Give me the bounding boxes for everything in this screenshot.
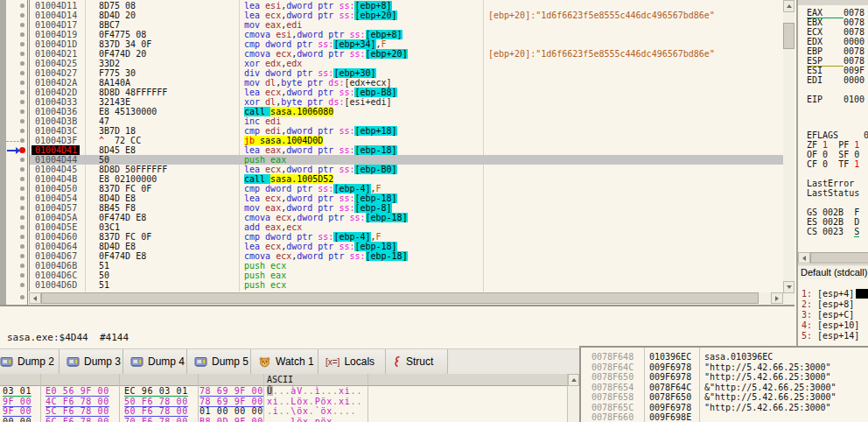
instruction-cell[interactable]: add eax,ecx — [244, 222, 302, 232]
register-value[interactable]: 0078 — [844, 56, 864, 66]
disasm-row[interactable]: 01004D27F775 30div dword ptr ss:[ebp+30] — [30, 68, 784, 78]
segment-value[interactable]: 0023 — [822, 227, 844, 236]
stack-row[interactable]: 0078F64C009F6978"http://5.42.66.25:3000" — [581, 362, 868, 372]
bytes-cell[interactable]: 0F474D E8 — [99, 251, 146, 261]
argument-row[interactable]: 1: [esp+4] — [802, 289, 854, 299]
gutter-dot-icon[interactable] — [20, 81, 24, 85]
bytes-cell[interactable]: 8B45 F8 — [99, 203, 136, 213]
gutter-dot-icon[interactable] — [20, 32, 24, 37]
gutter-dot-icon[interactable] — [20, 129, 24, 133]
hex-bytes-group[interactable]: 78 69 9F 00 — [200, 386, 263, 397]
hex-bytes-group[interactable]: 78 69 9F 00 — [200, 397, 263, 407]
dump-row[interactable]: 9F 004C F6 78 0050 F6 78 0078 69 9F 00xi… — [0, 397, 567, 406]
dump-vscrollbar[interactable] — [567, 374, 579, 422]
bytes-cell[interactable]: ^ 72 CC — [99, 136, 141, 145]
gutter-dot-icon[interactable] — [20, 119, 24, 123]
instruction-cell[interactable]: xor dl,byte ptr ds:[esi+edi] — [244, 97, 392, 107]
dump-row[interactable]: 9F 005C F6 78 0060 F6 78 0001 00 00 00.i… — [0, 406, 567, 416]
hscroll-thumb[interactable] — [810, 252, 868, 264]
register-row[interactable]: ES 002BD — [807, 217, 859, 227]
address-cell[interactable]: 01004D3B — [35, 116, 77, 126]
address-cell[interactable]: 01004D44 — [35, 155, 77, 165]
gutter-dot-icon[interactable] — [20, 109, 24, 114]
ascii-cell[interactable]: Ü...àV..ì...xi.. — [267, 386, 362, 396]
tab-dump-3[interactable]: Dump 3 — [60, 349, 123, 374]
hex-bytes-group[interactable]: 00 00 — [3, 417, 32, 422]
disasm-row[interactable]: 01004D548D4D E8lea ecx,dword ptr ss:[ebp… — [30, 193, 784, 203]
instruction-cell[interactable]: cmova ecx,dword ptr ss:[ebp-18] — [244, 213, 408, 222]
registers-panel[interactable]: EAX0078EBX0078ECX0078EDX0000EBP0078ESP00… — [796, 0, 868, 346]
hex-bytes-group[interactable]: 5C F6 78 00 — [46, 406, 109, 417]
address-cell[interactable]: 01004D1D — [35, 39, 77, 49]
register-value[interactable]: 0000 — [844, 37, 864, 46]
tab-locals[interactable]: [x=]Locals — [318, 349, 386, 374]
register-value[interactable]: 0078 — [844, 46, 864, 56]
address-cell[interactable]: 01004D36 — [35, 107, 77, 116]
address-cell[interactable]: 01004D3C — [35, 126, 77, 136]
address-cell[interactable]: 01004D3F — [35, 136, 77, 145]
flags-row[interactable]: ZF 1 PF 1 — [807, 140, 859, 150]
instruction-cell[interactable]: push eax — [244, 271, 286, 280]
hex-bytes-group[interactable]: E0 56 9F 00 — [46, 386, 109, 397]
hex-bytes-group[interactable]: 60 F6 78 00 — [124, 406, 188, 417]
instruction-cell[interactable]: xor edx,edx — [244, 59, 302, 68]
disasm-row[interactable]: 01004D4BE8 02100000call sasa.1005D52 — [30, 174, 784, 184]
register-value[interactable]: 0000 — [844, 75, 864, 85]
stack-row[interactable]: 0078F65C009F6978"http://5.42.66.25:3000" — [581, 403, 868, 412]
address-cell[interactable]: 01004D60 — [35, 232, 77, 242]
instruction-cell[interactable]: push ecx — [244, 280, 286, 290]
disasm-row[interactable]: 01004D5A0F474D E8cmova ecx,dword ptr ss:… — [30, 213, 784, 222]
stack-row[interactable]: 0078F648010396ECsasa.010396EC — [581, 352, 868, 362]
gutter-dot-icon[interactable] — [20, 254, 24, 258]
disassembly-view[interactable]: 01004D118D75 08lea esi,dword ptr ss:[ebp… — [29, 0, 784, 292]
disasm-row[interactable]: 01004D458D8D 50FFFFFFlea ecx,dword ptr s… — [30, 165, 784, 174]
gutter-dot-icon[interactable] — [20, 215, 24, 220]
address-cell[interactable]: 01004D27 — [35, 68, 77, 78]
scroll-up-icon[interactable] — [571, 378, 577, 382]
instruction-cell[interactable]: lea ecx,dword ptr ss:[ebp+20] — [244, 11, 397, 20]
scroll-left-icon[interactable] — [33, 296, 37, 301]
register-row[interactable]: EAX0078 — [807, 8, 864, 18]
hex-bytes-group[interactable]: 9F 00 — [3, 397, 32, 407]
gutter-dot-icon[interactable] — [20, 196, 24, 200]
instruction-cell[interactable]: lea ecx,dword ptr ss:[ebp-18] — [244, 242, 397, 251]
hex-bytes-group[interactable]: 70 F6 78 00 — [124, 417, 188, 422]
gutter-dot-icon[interactable] — [20, 13, 24, 18]
bytes-cell[interactable]: 8D45 E8 — [99, 145, 136, 155]
instruction-cell[interactable]: push eax — [244, 155, 286, 165]
calling-convention-select[interactable]: Default (stdcall) — [798, 264, 868, 279]
hex-bytes-group[interactable]: EC 96 03 01 — [124, 386, 188, 397]
scroll-left-icon[interactable] — [802, 256, 806, 261]
argument-row[interactable]: 2: [esp+8] — [802, 299, 854, 310]
stack-value[interactable]: 010396EC — [649, 352, 691, 362]
address-cell[interactable]: 01004D54 — [35, 193, 77, 203]
ascii-cell[interactable]: ....löx.pöx.¸... — [267, 417, 362, 422]
argument-row[interactable]: 3: [esp+C] — [802, 310, 854, 320]
hscroll-thumb[interactable] — [41, 292, 759, 304]
argument-row[interactable]: 5: [esp+14] — [802, 331, 859, 341]
register-value[interactable]: 0078 — [844, 8, 864, 18]
tab-dump-5[interactable]: Dump 5 — [187, 349, 251, 374]
register-row[interactable]: GS 002BF — [807, 207, 859, 217]
register-row[interactable]: EBP0078 — [807, 46, 864, 56]
breakpoint-gutter[interactable] — [6, 0, 29, 305]
register-row[interactable]: LastError — [807, 179, 844, 188]
instruction-cell[interactable]: cmova esi,dword ptr ss:[ebp+8] — [244, 30, 402, 39]
stack-panel[interactable]: 0078F648010396ECsasa.010396EC0078F64C009… — [579, 346, 868, 422]
gutter-dot-icon[interactable] — [20, 42, 24, 46]
gutter-dot-icon[interactable] — [20, 167, 24, 172]
bytes-cell[interactable]: 8D8D 48FFFFFF — [99, 88, 167, 97]
bytes-cell[interactable]: E8 45130000 — [99, 107, 157, 116]
instruction-cell[interactable]: mov eax,edi — [244, 20, 302, 30]
gutter-dot-icon[interactable] — [20, 90, 24, 95]
bytes-cell[interactable]: 3B7D 18 — [99, 126, 136, 136]
bytes-cell[interactable]: 8D4D E8 — [99, 242, 136, 251]
instruction-cell[interactable]: mov eax,dword ptr ss:[ebp-8] — [244, 203, 392, 213]
hex-bytes-group[interactable]: B8 0D 9F 00 — [200, 417, 263, 422]
bytes-cell[interactable]: E8 02100000 — [99, 174, 157, 184]
register-row[interactable]: EDI0000 — [807, 75, 864, 85]
gutter-dot-icon[interactable] — [20, 186, 24, 191]
register-value[interactable]: 0100 — [844, 95, 864, 104]
gutter-dot-icon[interactable] — [20, 23, 24, 27]
gutter-dot-icon[interactable] — [20, 295, 24, 299]
